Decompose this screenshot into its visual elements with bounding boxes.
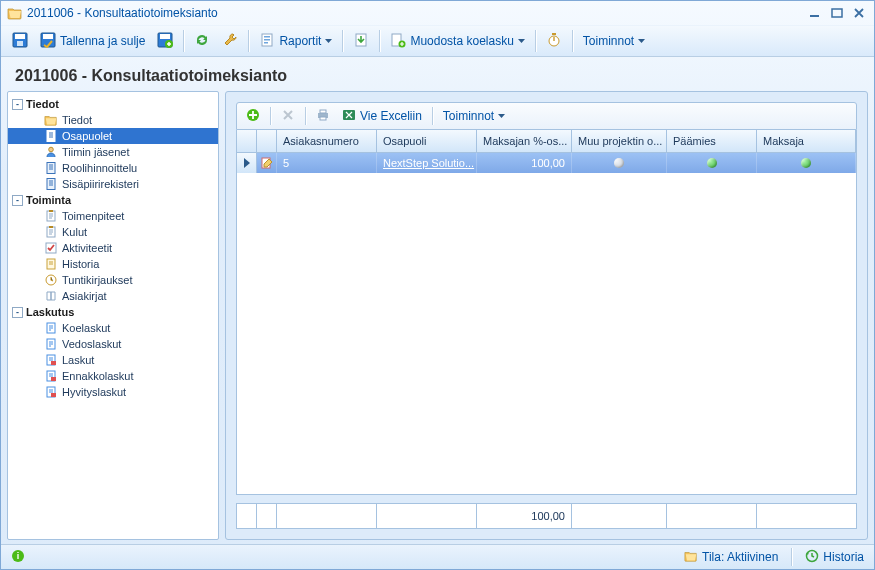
wrench-icon: [222, 32, 238, 51]
tree-group-toiminta[interactable]: -Toiminta: [8, 192, 218, 208]
tree-group-label: Toiminta: [26, 194, 71, 206]
svg-rect-33: [51, 361, 56, 365]
row-marker[interactable]: [237, 153, 257, 173]
reports-button[interactable]: Raportit: [254, 29, 337, 53]
export-excel-button[interactable]: Vie Exceliin: [337, 105, 427, 127]
grid-toolbar: Vie Exceliin Toiminnot: [236, 102, 857, 130]
cell-paamies[interactable]: [667, 153, 757, 173]
info-button[interactable]: i: [7, 547, 29, 567]
separator: [342, 30, 343, 52]
tree-item-label: Osapuolet: [62, 130, 112, 142]
report-icon: [259, 32, 275, 51]
grid-header: Asiakasnumero Osapuoli Maksajan %-os... …: [237, 130, 856, 153]
maximize-button[interactable]: [828, 6, 846, 20]
tree-item-laskut[interactable]: Laskut: [8, 352, 218, 368]
col-muu-projektin[interactable]: Muu projektin o...: [572, 130, 667, 152]
invoice-red-icon: [44, 353, 58, 367]
save-button[interactable]: [7, 29, 33, 53]
add-row-button[interactable]: [241, 105, 265, 127]
status-dot-on-icon: [801, 158, 811, 168]
collapse-icon[interactable]: -: [12, 307, 23, 318]
tree-item-koelaskut[interactable]: Koelaskut: [8, 320, 218, 336]
cell-muu-projektin[interactable]: [572, 153, 667, 173]
tree-item-hyvityslaskut[interactable]: Hyvityslaskut: [8, 384, 218, 400]
tree-item-vedoslaskut[interactable]: Vedoslaskut: [8, 336, 218, 352]
separator: [535, 30, 536, 52]
tree-item-toimenpiteet[interactable]: Toimenpiteet: [8, 208, 218, 224]
cell-maksajan-pct[interactable]: 100,00: [477, 153, 572, 173]
plus-icon: [246, 108, 260, 125]
close-button[interactable]: [850, 6, 868, 20]
main-toolbar: Tallenna ja sulje Raportit Muodosta koel…: [1, 25, 874, 57]
delete-row-button[interactable]: [276, 105, 300, 127]
actions-label: Toiminnot: [583, 34, 634, 48]
collapse-icon[interactable]: -: [12, 195, 23, 206]
history-label: Historia: [823, 550, 864, 564]
save-new-icon: [157, 32, 173, 51]
svg-rect-11: [264, 36, 270, 38]
grid-actions-button[interactable]: Toiminnot: [438, 105, 510, 127]
delete-icon: [281, 108, 295, 125]
tree-item-roolihinnoittelu[interactable]: Roolihinnoittelu: [8, 160, 218, 176]
svg-rect-0: [810, 15, 819, 17]
tree-item-kulut[interactable]: Kulut: [8, 224, 218, 240]
tree-item-tiedot_item[interactable]: Tiedot: [8, 112, 218, 128]
cell-maksaja[interactable]: [757, 153, 856, 173]
cell-osapuoli[interactable]: NextStep Solutio...: [377, 153, 477, 173]
invoice-red-icon: [44, 385, 58, 399]
collapse-icon[interactable]: -: [12, 99, 23, 110]
clipboard-icon: [44, 209, 58, 223]
tree-item-tiimin_jasenet[interactable]: Tiimin jäsenet: [8, 144, 218, 160]
tree-item-label: Kulut: [62, 226, 87, 238]
book-icon: [44, 289, 58, 303]
separator: [270, 107, 271, 125]
print-button[interactable]: [311, 105, 335, 127]
status-label: Tila: Aktiivinen: [702, 550, 778, 564]
edit-row-icon[interactable]: [257, 153, 277, 173]
tree-group-label: Tiedot: [26, 98, 59, 110]
save-and-close-button[interactable]: Tallenna ja sulje: [35, 29, 150, 53]
row-icon-header[interactable]: [257, 130, 277, 152]
tree-group-tiedot[interactable]: -Tiedot: [8, 96, 218, 112]
excel-icon: [342, 108, 356, 125]
timer-button[interactable]: [541, 29, 567, 53]
export-button[interactable]: [348, 29, 374, 53]
statusbar: i Tila: Aktiivinen Historia: [1, 544, 874, 569]
cell-asiakasnumero[interactable]: 5: [277, 153, 377, 173]
svg-rect-37: [51, 393, 56, 397]
actions-button[interactable]: Toiminnot: [578, 29, 650, 53]
settings-button[interactable]: [217, 29, 243, 53]
create-test-invoice-button[interactable]: Muodosta koelasku: [385, 29, 529, 53]
col-osapuoli[interactable]: Osapuoli: [377, 130, 477, 152]
tree-item-osapuolet[interactable]: Osapuolet: [8, 128, 218, 144]
chevron-down-icon: [325, 34, 332, 48]
col-maksajan-pct[interactable]: Maksajan %-os...: [477, 130, 572, 152]
col-asiakasnumero[interactable]: Asiakasnumero: [277, 130, 377, 152]
col-maksaja[interactable]: Maksaja: [757, 130, 856, 152]
tree-item-label: Asiakirjat: [62, 290, 107, 302]
tree-item-label: Sisäpiirirekisteri: [62, 178, 139, 190]
tree-item-aktiviteetit[interactable]: Aktiviteetit: [8, 240, 218, 256]
chevron-down-icon: [518, 34, 525, 48]
col-paamies[interactable]: Päämies: [667, 130, 757, 152]
minimize-button[interactable]: [806, 6, 824, 20]
tree-item-label: Koelaskut: [62, 322, 110, 334]
status-indicator[interactable]: Tila: Aktiivinen: [680, 547, 782, 567]
navigation-tree[interactable]: -TiedotTiedotOsapuoletTiimin jäsenetRool…: [7, 91, 219, 540]
tree-group-laskutus[interactable]: -Laskutus: [8, 304, 218, 320]
parties-grid[interactable]: Asiakasnumero Osapuoli Maksajan %-os... …: [236, 130, 857, 495]
tree-item-ennakkolaskut[interactable]: Ennakkolaskut: [8, 368, 218, 384]
tree-item-sisapiirirekisteri[interactable]: Sisäpiirirekisteri: [8, 176, 218, 192]
save-new-button[interactable]: [152, 29, 178, 53]
tree-item-historia[interactable]: Historia: [8, 256, 218, 272]
history-button[interactable]: Historia: [801, 547, 868, 567]
separator: [432, 107, 433, 125]
tree-item-tuntikirjaukset[interactable]: Tuntikirjaukset: [8, 272, 218, 288]
tree-item-asiakirjat[interactable]: Asiakirjat: [8, 288, 218, 304]
table-row[interactable]: 5NextStep Solutio...100,00: [237, 153, 856, 173]
save-and-close-label: Tallenna ja sulje: [60, 34, 145, 48]
row-marker-header[interactable]: [237, 130, 257, 152]
grid-body[interactable]: 5NextStep Solutio...100,00: [237, 153, 856, 494]
create-test-invoice-label: Muodosta koelasku: [410, 34, 513, 48]
refresh-button[interactable]: [189, 29, 215, 53]
